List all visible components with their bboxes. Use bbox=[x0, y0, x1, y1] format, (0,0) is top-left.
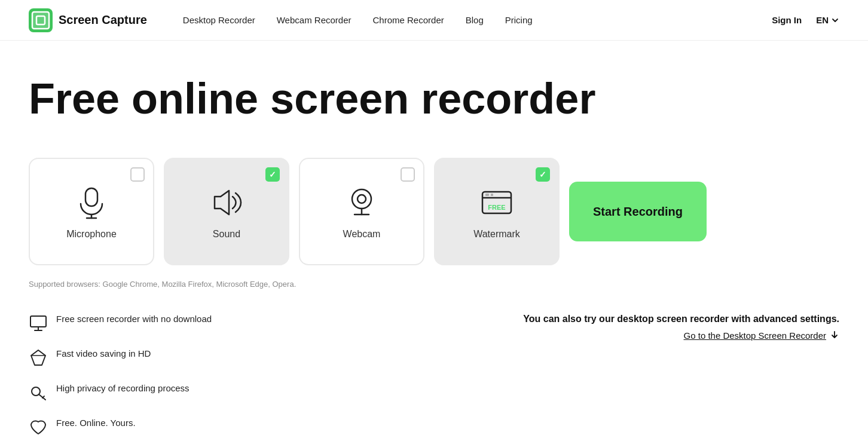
nav-pricing[interactable]: Pricing bbox=[505, 15, 533, 25]
feature-privacy-text: High privacy of recording process bbox=[56, 382, 190, 394]
svg-text:FREE: FREE bbox=[488, 204, 505, 211]
feature-no-download: Free screen recorder with no download bbox=[29, 313, 523, 333]
webcam-checkbox[interactable] bbox=[401, 167, 415, 182]
nav-right: Sign In EN bbox=[772, 15, 839, 25]
feature-no-download-text: Free screen recorder with no download bbox=[56, 313, 212, 325]
svg-rect-17 bbox=[30, 316, 46, 327]
navbar: Screen Capture Desktop Recorder Webcam R… bbox=[0, 0, 868, 41]
webcam-icon bbox=[343, 183, 381, 222]
desktop-promo: You can also try our desktop screen reco… bbox=[523, 313, 839, 341]
language-selector[interactable]: EN bbox=[816, 15, 839, 25]
feature-hd-text: Fast video saving in HD bbox=[56, 347, 151, 360]
svg-marker-20 bbox=[31, 350, 45, 365]
recorder-cards: Microphone Sound Webcam FREE W bbox=[0, 158, 868, 265]
watermark-label: Watermark bbox=[473, 229, 520, 240]
brand-logo[interactable]: Screen Capture bbox=[29, 8, 147, 32]
heart-icon bbox=[29, 418, 48, 435]
desktop-promo-text: You can also try our desktop screen reco… bbox=[523, 313, 839, 326]
microphone-label: Microphone bbox=[66, 229, 117, 240]
svg-line-24 bbox=[42, 396, 44, 398]
nav-chrome-recorder[interactable]: Chrome Recorder bbox=[373, 15, 444, 25]
webcam-card[interactable]: Webcam bbox=[299, 158, 424, 265]
sound-icon bbox=[207, 183, 246, 222]
feature-free: Free. Online. Yours. bbox=[29, 416, 523, 435]
sound-label: Sound bbox=[213, 229, 240, 240]
sound-card[interactable]: Sound bbox=[164, 158, 289, 265]
svg-marker-7 bbox=[215, 191, 229, 215]
signin-button[interactable]: Sign In bbox=[772, 15, 802, 25]
diamond-icon bbox=[29, 348, 48, 367]
nav-desktop-recorder[interactable]: Desktop Recorder bbox=[183, 15, 255, 25]
download-arrow-icon bbox=[830, 330, 839, 340]
watermark-checkbox[interactable] bbox=[536, 167, 550, 182]
microphone-checkbox[interactable] bbox=[130, 167, 145, 182]
sound-checkbox[interactable] bbox=[265, 167, 280, 182]
watermark-card[interactable]: FREE Watermark bbox=[434, 158, 560, 265]
svg-rect-1 bbox=[32, 12, 49, 29]
svg-rect-15 bbox=[491, 194, 493, 196]
hero-title: Free online screen recorder bbox=[29, 76, 839, 122]
chevron-down-icon bbox=[831, 16, 839, 24]
microphone-icon bbox=[72, 183, 111, 222]
start-recording-button[interactable]: Start Recording bbox=[569, 182, 707, 241]
features-list: Free screen recorder with no download Fa… bbox=[29, 313, 523, 435]
svg-point-8 bbox=[352, 189, 371, 209]
hero-section: Free online screen recorder bbox=[0, 41, 868, 158]
nav-links: Desktop Recorder Webcam Recorder Chrome … bbox=[183, 15, 772, 25]
svg-line-23 bbox=[39, 394, 45, 400]
svg-rect-4 bbox=[85, 188, 97, 206]
webcam-label: Webcam bbox=[343, 229, 381, 240]
feature-free-text: Free. Online. Yours. bbox=[56, 416, 136, 429]
nav-blog[interactable]: Blog bbox=[466, 15, 484, 25]
desktop-promo-link[interactable]: Go to the Desktop Screen Recorder bbox=[523, 330, 839, 341]
logo-icon bbox=[29, 8, 53, 32]
microphone-card[interactable]: Microphone bbox=[29, 158, 154, 265]
feature-hd: Fast video saving in HD bbox=[29, 347, 523, 367]
watermark-icon: FREE bbox=[478, 183, 516, 222]
svg-rect-14 bbox=[485, 194, 489, 196]
monitor-icon bbox=[29, 314, 48, 333]
key-icon bbox=[29, 383, 48, 402]
feature-privacy: High privacy of recording process bbox=[29, 382, 523, 402]
supported-browsers-text: Supported browsers: Google Chrome, Mozil… bbox=[0, 280, 868, 289]
features-section: Free screen recorder with no download Fa… bbox=[0, 313, 868, 435]
svg-point-9 bbox=[357, 195, 366, 203]
brand-name: Screen Capture bbox=[59, 13, 147, 27]
nav-webcam-recorder[interactable]: Webcam Recorder bbox=[277, 15, 352, 25]
